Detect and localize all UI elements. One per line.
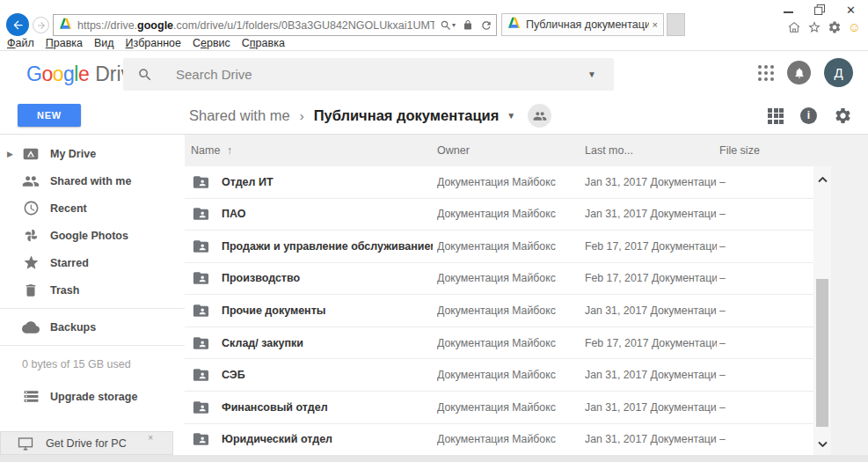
file-size: – — [719, 272, 726, 284]
scrollbar[interactable] — [813, 166, 831, 455]
file-size: – — [719, 176, 726, 188]
people-icon — [22, 172, 40, 190]
apps-grid-icon[interactable] — [758, 65, 774, 81]
file-size: – — [719, 337, 726, 349]
browser-menu-bar: ФайлПравкаВидИзбранноеСервисСправка — [0, 35, 868, 51]
get-drive-for-pc-banner[interactable]: Get Drive for PC × — [0, 431, 173, 455]
file-modified: Feb 17, 2017 Документация... — [585, 337, 717, 349]
breadcrumb-parent[interactable]: Shared with me — [189, 107, 290, 124]
file-row[interactable]: ПроизводствоДокументация МайбоксFeb 17, … — [185, 263, 813, 296]
file-row[interactable]: Юридический отделДокументация МайбоксJan… — [185, 424, 813, 456]
file-row[interactable]: Отдел ИТДокументация МайбоксJan 31, 2017… — [185, 166, 813, 199]
refresh-icon[interactable] — [480, 19, 492, 32]
sidebar-item-upgrade-storage[interactable]: Upgrade storage — [0, 383, 185, 410]
sidebar-item-backups[interactable]: Backups — [0, 313, 185, 341]
logo-letter: g — [63, 62, 74, 85]
file-name[interactable]: СЭБ — [222, 369, 433, 381]
expand-arrow-icon[interactable]: ▶ — [7, 150, 13, 158]
browser-settings-gear-icon[interactable] — [828, 20, 842, 34]
info-icon[interactable]: i — [800, 107, 817, 124]
scrollbar-thumb[interactable] — [816, 279, 828, 427]
sidebar-item-starred[interactable]: Starred — [0, 249, 185, 276]
file-name[interactable]: Прочие документы — [222, 304, 433, 317]
bottom-strip — [0, 455, 868, 462]
grid-view-icon[interactable] — [768, 108, 784, 124]
banner-close-icon[interactable]: × — [148, 433, 153, 443]
menu-item[interactable]: Вид — [94, 37, 114, 49]
file-owner: Документация Майбокс — [437, 240, 578, 253]
home-icon[interactable] — [787, 20, 801, 34]
tab-close-icon[interactable]: × — [653, 19, 658, 30]
file-row[interactable]: СЭБДокументация МайбоксJan 31, 2017 Доку… — [185, 359, 813, 392]
shared-folder-icon — [192, 335, 210, 351]
menu-item[interactable]: Справка — [242, 37, 285, 49]
file-modified: Jan 31, 2017 Документация... — [585, 176, 717, 188]
menu-item[interactable]: Файл — [7, 37, 34, 49]
file-row[interactable]: Продажи и управление обслуживанием клиен… — [185, 231, 813, 263]
favorites-star-icon[interactable] — [807, 20, 821, 34]
shared-folder-chip[interactable] — [528, 104, 551, 128]
restore-icon[interactable] — [814, 4, 825, 15]
file-name[interactable]: Отдел ИТ — [222, 176, 433, 188]
file-name[interactable]: Производство — [222, 272, 433, 284]
file-row[interactable]: Финансовый отделДокументация МайбоксJan … — [185, 392, 813, 424]
sidebar-item-recent[interactable]: Recent — [0, 194, 185, 222]
file-owner: Документация Майбокс — [437, 369, 578, 381]
column-header-owner[interactable]: Owner — [437, 144, 470, 157]
drive-settings-gear-icon[interactable] — [834, 106, 852, 125]
breadcrumb-current[interactable]: Публичная документация — [314, 107, 500, 124]
menu-item[interactable]: Правка — [46, 37, 83, 49]
file-size: – — [719, 369, 726, 381]
file-list-area: Name ↑ Owner Last mo... File size Отдел … — [185, 135, 868, 455]
sidebar-item-label: Recent — [50, 202, 87, 215]
tab-favicon — [507, 17, 521, 33]
file-list: Отдел ИТДокументация МайбоксJan 31, 2017… — [185, 166, 813, 455]
file-row[interactable]: ПАОДокументация МайбоксJan 31, 2017 Доку… — [185, 199, 813, 231]
sidebar-item-trash[interactable]: Trash — [0, 276, 185, 304]
search-options-caret-icon[interactable]: ▼ — [587, 70, 596, 79]
file-name[interactable]: Продажи и управление обслуживанием клиен… — [222, 240, 433, 253]
notifications-bell-icon[interactable] — [787, 61, 811, 84]
browser-tab[interactable]: Публичная документация - ... × — [501, 13, 664, 36]
account-avatar[interactable]: Д — [824, 58, 853, 87]
scroll-down-icon[interactable] — [813, 436, 831, 451]
sidebar-item-my-drive[interactable]: ▶My Drive — [0, 140, 185, 167]
sidebar-item-shared-with-me[interactable]: Shared with me — [0, 167, 185, 194]
browser-forward-button[interactable] — [33, 17, 49, 33]
google-drive-window: https://drive.google.com/drive/u/1/folde… — [0, 0, 868, 462]
menu-item[interactable]: Избранное — [126, 37, 181, 49]
storage-usage-text: 0 bytes of 15 GB used — [0, 358, 185, 370]
file-row[interactable]: Прочие документыДокументация МайбоксJan … — [185, 295, 813, 327]
file-name[interactable]: Склад/ закупки — [222, 337, 433, 349]
sidebar: ▶My DriveShared with meRecentGoogle Phot… — [0, 135, 185, 455]
logo-letter: o — [41, 62, 52, 85]
file-name[interactable]: Юридический отдел — [222, 433, 433, 445]
file-name[interactable]: Финансовый отдел — [222, 401, 433, 414]
star-icon — [22, 254, 40, 271]
close-icon[interactable]: ✕ — [846, 4, 856, 17]
browser-back-button[interactable] — [6, 13, 29, 36]
sidebar-item-google-photos[interactable]: Google Photos — [0, 222, 185, 249]
address-bar[interactable]: https://drive.google.com/drive/u/1/folde… — [53, 14, 497, 36]
minimize-icon[interactable] — [784, 11, 793, 13]
file-modified: Feb 17, 2017 Документация... — [585, 240, 717, 253]
file-row[interactable]: Склад/ закупкиДокументация МайбоксFeb 17… — [185, 327, 813, 360]
shared-folder-icon — [192, 400, 210, 415]
folder-menu-caret-icon[interactable]: ▼ — [507, 111, 515, 121]
file-modified: Jan 31, 2017 Документация... — [585, 369, 717, 381]
sort-ascending-icon[interactable]: ↑ — [227, 144, 232, 157]
address-search-icon[interactable]: ▾ — [440, 19, 456, 32]
menu-item[interactable]: Сервис — [193, 37, 230, 49]
column-header-modified[interactable]: Last mo... — [585, 144, 633, 157]
column-header-size[interactable]: File size — [719, 144, 760, 157]
search-bar[interactable]: ▼ — [123, 58, 614, 91]
drive-favicon — [59, 18, 72, 33]
file-name[interactable]: ПАО — [222, 208, 433, 220]
new-button[interactable]: NEW — [18, 104, 81, 127]
file-owner: Документация Майбокс — [437, 401, 578, 414]
column-header-name[interactable]: Name — [191, 144, 220, 157]
new-tab-button[interactable] — [667, 13, 685, 36]
scroll-up-icon[interactable] — [813, 172, 831, 187]
search-input[interactable] — [174, 66, 587, 83]
feedback-smiley-icon[interactable]: ☺ — [848, 21, 861, 33]
